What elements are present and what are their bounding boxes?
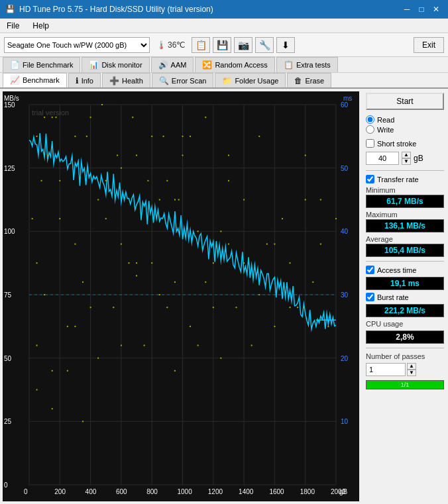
burst-rate-checkbox[interactable]: [366, 293, 374, 301]
benchmark-icon: 📈: [10, 76, 20, 85]
aam-icon: 🔊: [158, 60, 168, 70]
access-time-checkbox[interactable]: [366, 266, 374, 274]
info-icon: ℹ: [76, 76, 79, 85]
erase-icon: 🗑: [294, 76, 302, 85]
titlebar-controls: ─ □ ✕: [400, 3, 443, 15]
titlebar: 💾 HD Tune Pro 5.75 - Hard Disk/SSD Utili…: [0, 0, 448, 19]
passes-down[interactable]: ▼: [407, 370, 416, 376]
random-access-icon: 🔀: [202, 60, 212, 70]
read-write-group: Read Write: [366, 113, 444, 136]
chart-area: [3, 91, 359, 501]
maximize-button[interactable]: □: [415, 3, 428, 15]
extra-tests-icon: 📋: [284, 60, 294, 70]
screenshot-icon[interactable]: 📷: [234, 37, 252, 53]
divider-3: [366, 348, 444, 348]
minimize-button[interactable]: ─: [400, 3, 414, 15]
maximum-label: Maximum: [366, 211, 444, 219]
passes-spinner: ▲ ▼: [407, 363, 416, 376]
progress-label: 1/1: [401, 381, 410, 388]
transfer-rate-checkbox-label[interactable]: Transfer rate: [366, 175, 444, 183]
minimum-section: Minimum 61,7 MB/s: [366, 186, 444, 208]
menu-help[interactable]: Help: [28, 20, 53, 32]
cpu-usage-label: CPU usage: [366, 320, 444, 328]
tab-info[interactable]: ℹ Info: [68, 73, 101, 87]
file-benchmark-icon: 📄: [10, 60, 20, 70]
thermometer-icon: 🌡️: [156, 40, 166, 50]
access-time-checkbox-label[interactable]: Access time: [366, 266, 444, 274]
tab-benchmark[interactable]: 📈 Benchmark: [3, 73, 67, 87]
burst-rate-checkbox-label[interactable]: Burst rate: [366, 293, 444, 301]
short-stroke-checkbox-label[interactable]: Short stroke: [366, 139, 444, 148]
tab-disk-monitor[interactable]: 📊 Disk monitor: [82, 57, 149, 72]
start-button[interactable]: Start: [366, 93, 444, 110]
passes-input[interactable]: 1: [366, 363, 406, 376]
passes-up[interactable]: ▲: [407, 363, 416, 370]
close-button[interactable]: ✕: [429, 3, 443, 15]
progress-bar: 1/1: [366, 381, 443, 389]
tab-random-access[interactable]: 🔀 Random Access: [195, 57, 274, 72]
error-scan-icon: 🔍: [159, 76, 169, 85]
minimum-value: 61,7 MB/s: [366, 195, 444, 208]
progress-bar-container: 1/1: [366, 380, 444, 389]
transfer-rate-checkbox[interactable]: [366, 175, 374, 183]
app-title: HD Tune Pro 5.75 - Hard Disk/SSD Utility…: [19, 5, 213, 14]
burst-rate-value: 221,2 MB/s: [366, 304, 444, 317]
average-section: Average 105,4 MB/s: [366, 235, 444, 257]
access-time-value: 19,1 ms: [366, 277, 444, 290]
temperature-display: 🌡️ 36℃: [152, 40, 189, 50]
short-stroke-checkbox[interactable]: [366, 139, 374, 148]
toolbar: Seagate One Touch w/PW (2000 gB) 🌡️ 36℃ …: [0, 33, 448, 57]
short-stroke-input[interactable]: 40: [366, 152, 399, 165]
passes-label: Number of passes: [366, 352, 444, 360]
average-label: Average: [366, 235, 444, 243]
folder-usage-icon: 📁: [222, 76, 232, 85]
cpu-usage-value: 2,8%: [366, 330, 444, 344]
write-radio-label[interactable]: Write: [366, 125, 444, 134]
tab-extra-tests[interactable]: 📋 Extra tests: [276, 57, 338, 72]
divider-1: [366, 170, 444, 171]
app-icon: 💾: [5, 5, 15, 14]
benchmark-chart: [3, 91, 359, 501]
short-stroke-unit: gB: [414, 154, 423, 163]
disk-monitor-icon: 📊: [89, 60, 99, 70]
tabs-top: 📄 File Benchmark 📊 Disk monitor 🔊 AAM 🔀 …: [0, 57, 448, 73]
right-panel: Start Read Write Short stroke 40 ▲ ▼ gB: [362, 89, 448, 504]
passes-row: 1 ▲ ▼: [366, 363, 444, 376]
maximum-section: Maximum 136,1 MB/s: [366, 211, 444, 232]
tab-file-benchmark[interactable]: 📄 File Benchmark: [3, 57, 80, 72]
divider-2: [366, 261, 444, 262]
tab-health[interactable]: ➕ Health: [102, 73, 150, 87]
settings-icon[interactable]: 🔧: [255, 37, 274, 53]
tab-erase[interactable]: 🗑 Erase: [287, 73, 331, 87]
menubar: File Help: [0, 19, 448, 33]
drive-select[interactable]: Seagate One Touch w/PW (2000 gB): [4, 37, 150, 53]
average-value: 105,4 MB/s: [366, 244, 444, 257]
tabs-bottom: 📈 Benchmark ℹ Info ➕ Health 🔍 Error Scan…: [0, 73, 448, 89]
main-content: Start Read Write Short stroke 40 ▲ ▼ gB: [0, 89, 448, 504]
read-radio[interactable]: [366, 115, 374, 124]
download-icon[interactable]: ⬇: [276, 37, 295, 53]
read-radio-label[interactable]: Read: [366, 115, 444, 124]
short-stroke-up[interactable]: ▲: [402, 152, 411, 158]
exit-button[interactable]: Exit: [414, 37, 444, 53]
maximum-value: 136,1 MB/s: [366, 219, 444, 232]
short-stroke-row: 40 ▲ ▼ gB: [366, 150, 444, 166]
save-icon[interactable]: 💾: [213, 37, 231, 53]
temperature-value: 36℃: [168, 40, 185, 50]
tab-aam[interactable]: 🔊 AAM: [151, 57, 194, 72]
tab-folder-usage[interactable]: 📁 Folder Usage: [215, 73, 286, 87]
menu-file[interactable]: File: [3, 20, 23, 32]
minimum-label: Minimum: [366, 186, 444, 194]
short-stroke-spinner: ▲ ▼: [402, 152, 411, 165]
titlebar-left: 💾 HD Tune Pro 5.75 - Hard Disk/SSD Utili…: [5, 5, 213, 14]
health-icon: ➕: [109, 76, 119, 85]
copy-icon[interactable]: 📋: [192, 37, 210, 53]
short-stroke-down[interactable]: ▼: [402, 158, 411, 165]
tab-error-scan[interactable]: 🔍 Error Scan: [152, 73, 214, 87]
write-radio[interactable]: [366, 125, 374, 134]
